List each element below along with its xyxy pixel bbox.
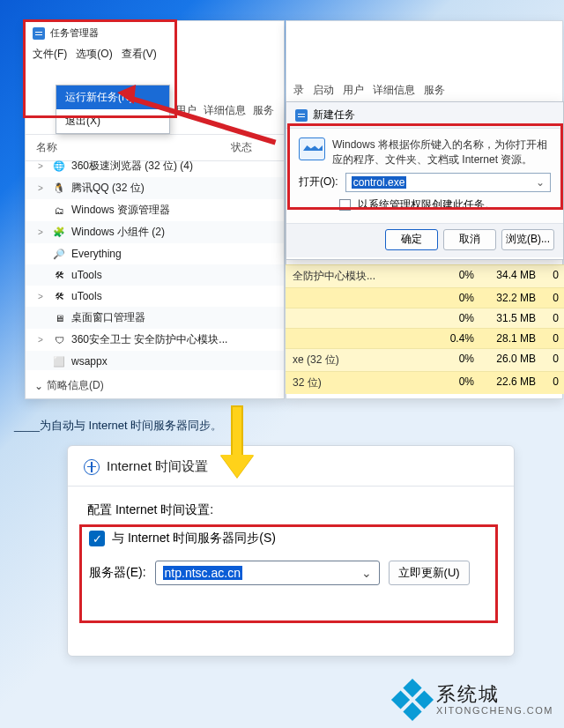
process-name: wsappx: [71, 355, 108, 368]
tab-services[interactable]: 服务: [253, 103, 274, 118]
right-row[interactable]: 32 位) 0% 22.6 MB 0: [286, 371, 564, 394]
file-menu-dropdown[interactable]: 运行新任务(N) 退出(X): [56, 85, 170, 134]
globe-icon: [84, 459, 100, 475]
sync-checkbox[interactable]: ✓: [89, 531, 105, 546]
expand-icon[interactable]: >: [38, 183, 47, 193]
col-status[interactable]: 状态: [231, 140, 275, 155]
col-name[interactable]: 名称: [36, 140, 231, 155]
tab-users[interactable]: 用户: [175, 103, 197, 118]
process-row[interactable]: 🗂 Windows 资源管理器: [26, 199, 284, 221]
open-input-value: control.exe: [352, 176, 407, 189]
ok-button[interactable]: 确定: [385, 229, 438, 250]
process-name: 腾讯QQ (32 位): [71, 181, 145, 196]
process-name: 360极速浏览器 (32 位) (4): [71, 159, 193, 174]
run-icon: [299, 137, 325, 160]
admin-label: 以系统管理权限创建此任务。: [358, 197, 495, 212]
process-row[interactable]: 🖥 桌面窗口管理器: [26, 307, 284, 329]
right-process-rows: 全防护中心模块... 0% 34.4 MB 0 0% 32.2 MB 0 0% …: [286, 264, 564, 394]
app-icon: 🔎: [52, 247, 66, 261]
window-title: 任务管理器: [50, 26, 99, 40]
right-row[interactable]: 0% 31.5 MB 0: [286, 308, 564, 328]
process-name: Windows 资源管理器: [71, 203, 170, 218]
right-row[interactable]: 0% 32.2 MB 0: [286, 287, 564, 308]
app-icon: 🛡: [52, 333, 66, 347]
process-name: Windows 小组件 (2): [71, 225, 165, 240]
process-name: uTools: [71, 269, 102, 281]
process-list[interactable]: > 🌐 360极速浏览器 (32 位) (4)> 🐧 腾讯QQ (32 位) 🗂…: [26, 155, 284, 370]
process-row[interactable]: > 🛡 360安全卫士 安全防护中心模块...: [26, 329, 284, 351]
watermark-logo-icon: [391, 679, 434, 721]
tab-details[interactable]: 详细信息: [204, 103, 246, 118]
chevron-down-icon[interactable]: ⌄: [361, 566, 372, 580]
app-icon: 🧩: [52, 226, 66, 240]
watermark-en: XITONGCHENG.COM: [436, 705, 553, 716]
app-icon: 🛠: [52, 268, 66, 282]
server-value: ntp.ntsc.ac.cn: [163, 566, 242, 580]
dialog-icon: [295, 109, 308, 122]
server-label: 服务器(E):: [89, 565, 146, 581]
tab-users-r[interactable]: 用户: [343, 83, 364, 98]
dialog-title-bar: 新建任务: [286, 102, 563, 129]
process-row[interactable]: 🔎 Everything: [26, 243, 284, 264]
process-row[interactable]: ⬜ wsappx: [26, 351, 284, 370]
admin-checkbox[interactable]: [339, 199, 351, 211]
panel-title: Internet 时间设置: [107, 458, 208, 475]
process-row[interactable]: > 🛠 uTools: [26, 286, 284, 307]
internet-time-panel: Internet 时间设置 配置 Internet 时间设置: ✓ 与 Inte…: [67, 445, 515, 657]
open-label: 打开(O):: [299, 175, 338, 189]
tab-services-r[interactable]: 服务: [424, 83, 445, 98]
browse-button[interactable]: 浏览(B)...: [501, 229, 554, 250]
summary-toggle[interactable]: ⌄ 简略信息(D): [34, 378, 104, 393]
expand-icon[interactable]: >: [38, 335, 47, 345]
cancel-button[interactable]: 取消: [443, 229, 496, 250]
process-row[interactable]: > 🌐 360极速浏览器 (32 位) (4): [26, 155, 284, 177]
menu-item-new-task[interactable]: 运行新任务(N): [56, 85, 169, 109]
right-row[interactable]: 全防护中心模块... 0% 34.4 MB 0: [286, 264, 564, 287]
tab-details-r[interactable]: 详细信息: [373, 83, 415, 98]
window-title-bar: 任务管理器: [26, 21, 284, 45]
menu-options[interactable]: 选项(O): [76, 47, 112, 62]
summary-label: 简略信息(D): [47, 378, 104, 393]
dialog-title: 新建任务: [313, 108, 355, 123]
update-now-button[interactable]: 立即更新(U): [389, 561, 470, 585]
watermark: 系统城 XITONGCHENG.COM: [397, 684, 553, 716]
tabs-fragment: 记 用户 详细信息 服务: [158, 103, 274, 118]
chevron-down-icon: ⌄: [34, 380, 43, 392]
open-input[interactable]: control.exe ⌄: [345, 173, 551, 192]
chevron-down-icon[interactable]: ⌄: [536, 176, 545, 189]
menu-view[interactable]: 查看(V): [122, 47, 157, 62]
watermark-zh: 系统城: [436, 684, 553, 705]
process-name: Everything: [71, 248, 122, 260]
expand-icon[interactable]: >: [38, 227, 47, 237]
process-name: 360安全卫士 安全防护中心模块...: [71, 332, 227, 347]
app-icon: ⬜: [52, 354, 66, 368]
tab-record-r[interactable]: 录: [293, 83, 304, 98]
process-row[interactable]: > 🐧 腾讯QQ (32 位): [26, 177, 284, 199]
app-icon: 🖥: [52, 311, 66, 325]
app-icon: 🛠: [52, 289, 66, 303]
app-icon: 🐧: [52, 182, 66, 196]
new-task-dialog: 新建任务 Windows 将根据你所键入的名称，为你打开相应的程序、文件夹、文档…: [286, 101, 564, 260]
right-row[interactable]: xe (32 位) 0% 26.0 MB 0: [286, 348, 564, 371]
menu-item-exit[interactable]: 退出(X): [56, 109, 169, 133]
task-manager-icon: [33, 27, 45, 40]
expand-icon[interactable]: >: [38, 292, 47, 301]
tab-startup-r[interactable]: 启动: [313, 83, 334, 98]
process-row[interactable]: 🛠 uTools: [26, 264, 284, 286]
process-row[interactable]: > 🧩 Windows 小组件 (2): [26, 221, 284, 243]
right-tabs: 录 启动 用户 详细信息 服务: [286, 21, 562, 104]
server-combobox[interactable]: ntp.ntsc.ac.cn ⌄: [155, 561, 380, 585]
process-name: 桌面窗口管理器: [71, 310, 145, 325]
app-icon: 🌐: [52, 160, 66, 174]
dialog-description: Windows 将根据你所键入的名称，为你打开相应的程序、文件夹、文档或 Int…: [332, 137, 551, 167]
task-manager-window: 任务管理器 文件(F) 选项(O) 查看(V) 记 用户 详细信息 服务 运行新…: [25, 20, 285, 399]
expand-icon[interactable]: >: [38, 161, 47, 171]
menu-file[interactable]: 文件(F): [33, 47, 67, 62]
app-icon: 🗂: [52, 204, 66, 218]
process-name: uTools: [71, 290, 102, 302]
right-row[interactable]: 0.4% 28.1 MB 0: [286, 328, 564, 348]
sync-status-text: ____为自动与 Internet 时间服务器同步。: [14, 418, 556, 434]
menu-bar[interactable]: 文件(F) 选项(O) 查看(V): [26, 45, 284, 67]
panel-subtitle: 配置 Internet 时间设置:: [87, 502, 498, 518]
sync-label: 与 Internet 时间服务器同步(S): [112, 531, 276, 546]
